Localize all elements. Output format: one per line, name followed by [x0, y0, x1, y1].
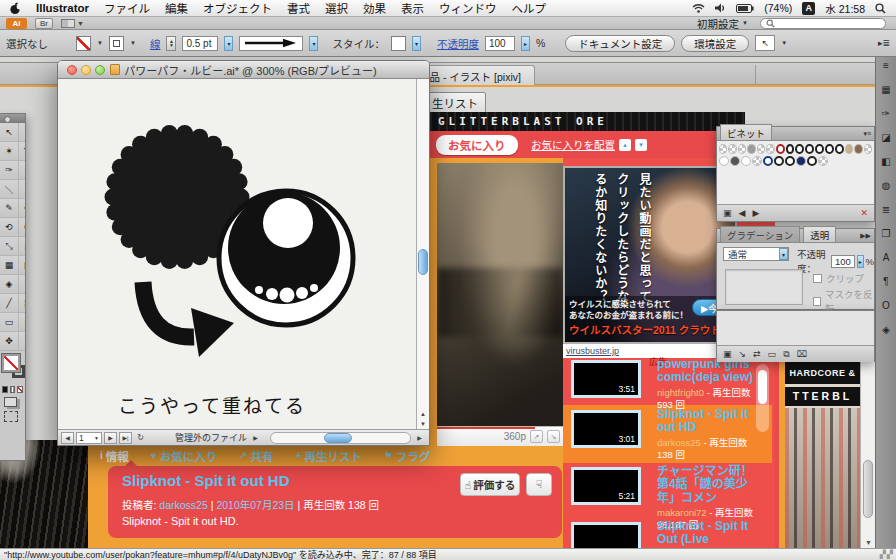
- clip-checkbox[interactable]: [813, 274, 822, 283]
- dislike-button[interactable]: ☟: [526, 473, 552, 496]
- video-title-link[interactable]: Slipknot - Spit It Out (Live Roskilde Fe…: [657, 520, 757, 548]
- menu-オブジェクト[interactable]: オブジェクト: [203, 0, 272, 16]
- action-tab-共有[interactable]: ↗共有: [239, 448, 273, 464]
- menu-ヘルプ[interactable]: ヘルプ: [512, 0, 547, 16]
- mask-thumbnail-well[interactable]: [725, 269, 803, 305]
- swatch-ring[interactable]: [774, 156, 784, 166]
- tool-20[interactable]: ▭: [0, 313, 19, 332]
- tool-17[interactable]: ◔: [19, 275, 26, 294]
- swatch-checker[interactable]: [818, 156, 828, 166]
- dropdown-icon[interactable]: ▸: [521, 36, 530, 51]
- zoom-button[interactable]: [95, 65, 105, 75]
- swatch-red[interactable]: [776, 144, 785, 154]
- menu-編集[interactable]: 編集: [165, 0, 188, 16]
- video-title-link[interactable]: powerpunk girls comic(deja view): [657, 358, 757, 385]
- swatch-checker[interactable]: [728, 144, 736, 154]
- tool-22[interactable]: ✥: [0, 332, 19, 351]
- menu-書式[interactable]: 書式: [287, 0, 310, 16]
- tool-0[interactable]: ↖: [0, 123, 19, 142]
- swatch-ring[interactable]: [795, 144, 804, 154]
- appearance-panel-icon[interactable]: ❐: [882, 229, 891, 239]
- invert-mask-checkbox[interactable]: [813, 297, 821, 306]
- video-thumbnail[interactable]: 3:01: [571, 410, 641, 448]
- video-title[interactable]: Slipknot - Spit it out HD: [122, 472, 289, 489]
- volume-icon[interactable]: [715, 3, 726, 13]
- swatch-checker[interactable]: [864, 144, 872, 154]
- swatch-checker[interactable]: [766, 144, 774, 154]
- fill-color-swatch[interactable]: [76, 36, 91, 51]
- first-artboard-button[interactable]: ◀: [61, 432, 74, 444]
- opacity-link[interactable]: 不透明度: [437, 36, 479, 51]
- favorites-button[interactable]: お気に入り: [436, 135, 518, 155]
- artboard-canvas[interactable]: こうやって重ねてる: [58, 79, 416, 429]
- brushes-panel-icon[interactable]: ✑: [882, 109, 890, 119]
- dropdown-icon[interactable]: ▾: [224, 36, 233, 51]
- file-status[interactable]: 管理外のファイル: [175, 431, 247, 444]
- transparency-panel-icon[interactable]: ◍: [882, 181, 891, 191]
- video-player[interactable]: [437, 163, 563, 426]
- character-panel-icon[interactable]: A: [883, 253, 890, 263]
- tool-4[interactable]: ✑: [0, 161, 19, 180]
- apple-icon[interactable]: [10, 2, 21, 15]
- tool-1[interactable]: ↥: [19, 123, 26, 142]
- swatch-ring[interactable]: [835, 144, 844, 154]
- menu-ウィンドウ[interactable]: ウィンドウ: [439, 0, 497, 16]
- vertical-scroll-thumb[interactable]: [418, 249, 428, 275]
- uploader-link[interactable]: darkoss25: [159, 499, 207, 511]
- tool-21[interactable]: ◻: [19, 313, 26, 332]
- eye-highlight-circle[interactable]: [263, 198, 313, 248]
- fill-swatch-none[interactable]: [2, 354, 20, 372]
- opentype-panel-icon[interactable]: O: [882, 301, 890, 311]
- swatch-checker[interactable]: [752, 156, 762, 166]
- tool-2[interactable]: ✶: [0, 142, 19, 161]
- tool-13[interactable]: ⤢: [19, 237, 26, 256]
- link-icon[interactable]: ▣: [723, 349, 732, 359]
- graphic-styles-panel-icon[interactable]: ◪: [881, 133, 890, 143]
- canvas-caption-text[interactable]: こうやって重ねてる: [118, 391, 306, 418]
- go-icon[interactable]: ↘: [739, 349, 747, 359]
- scroll-down-arrow[interactable]: ▼: [865, 539, 872, 546]
- collapse-down-button[interactable]: ▼: [635, 139, 647, 151]
- menu-ファイル[interactable]: ファイル: [104, 0, 150, 16]
- swatch-checker[interactable]: [757, 144, 765, 154]
- frame-icon[interactable]: ▭: [768, 349, 777, 359]
- opacity-input[interactable]: 100: [831, 255, 855, 268]
- swatch-checker[interactable]: [719, 144, 727, 154]
- panel-menu-icon[interactable]: ▾≡: [863, 130, 874, 140]
- relink-icon[interactable]: ⇄: [753, 349, 761, 359]
- draw-mode-icon[interactable]: [4, 397, 17, 407]
- video-uploader-link[interactable]: darkoss25: [657, 437, 701, 448]
- swatch-checker[interactable]: [738, 144, 746, 154]
- browser-scroll-thumb[interactable]: [863, 460, 873, 518]
- video-list-item[interactable]: 3:01Slipknot - Spit it out HDdarkoss25 -…: [567, 408, 757, 466]
- swatch-navy[interactable]: [796, 156, 806, 166]
- tool-19[interactable]: ⬚: [19, 294, 26, 313]
- tool-6[interactable]: ＼: [0, 180, 19, 199]
- spotlight-icon[interactable]: [875, 3, 886, 14]
- last-artboard-button[interactable]: ▶|: [119, 432, 132, 444]
- menu-効果[interactable]: 効果: [363, 0, 386, 16]
- action-tab-フラグ[interactable]: ⚑フラグ: [384, 448, 430, 464]
- menu-bar-clock[interactable]: 水 21:58: [825, 1, 865, 16]
- collapse-up-button[interactable]: ▲: [619, 139, 631, 151]
- advertisement[interactable]: 見たい動画だと思ってクリックしたらどうなるか知りたくないか？ ウイルスに感染させ…: [563, 166, 737, 344]
- scroll-up-arrow[interactable]: ▲: [420, 411, 426, 417]
- gradient-panel-icon[interactable]: ◧: [881, 157, 890, 167]
- arrange-documents-button[interactable]: ▼: [61, 19, 84, 28]
- minimize-button[interactable]: [81, 65, 91, 75]
- tool-8[interactable]: ✎: [0, 199, 19, 218]
- action-tab-お気に入り[interactable]: ♥お気に入り: [151, 448, 217, 464]
- menu-選択[interactable]: 選択: [325, 0, 348, 16]
- vertical-scrollbar[interactable]: ▲ ▼: [416, 79, 429, 429]
- wifi-icon[interactable]: [692, 3, 705, 13]
- tool-15[interactable]: ▤: [19, 256, 26, 275]
- tab-gradient[interactable]: グラデーション: [720, 226, 800, 242]
- dropdown-icon[interactable]: ▾: [412, 36, 421, 51]
- app-menu-illustrator[interactable]: Illustrator: [36, 2, 89, 14]
- tool-5[interactable]: T: [19, 161, 26, 180]
- status-next-arrow[interactable]: ▶: [249, 432, 262, 444]
- battery-icon[interactable]: [736, 4, 754, 13]
- swatch-ring[interactable]: [785, 156, 795, 166]
- scroll-down-arrow[interactable]: ▼: [420, 421, 426, 427]
- next-swatch-button[interactable]: ▶: [752, 208, 759, 218]
